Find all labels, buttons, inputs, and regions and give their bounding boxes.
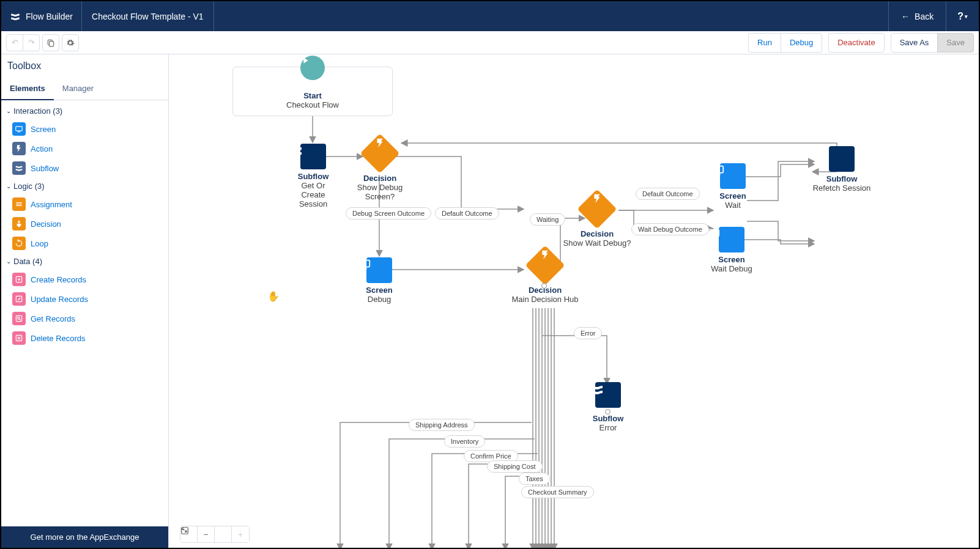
save-as-button[interactable]: Save As: [891, 33, 938, 53]
flow-builder-icon: [10, 11, 21, 22]
tree-item-get-records[interactable]: Get Records: [1, 309, 168, 328]
zoom-out-button[interactable]: −: [198, 526, 215, 542]
zoom-control: − +: [180, 526, 250, 543]
flow-title: Checkout Flow Template - V1: [82, 1, 214, 31]
appexchange-promo[interactable]: Get more on the AppExchange: [1, 526, 168, 548]
settings-button[interactable]: [62, 34, 79, 51]
update-icon: [12, 292, 26, 306]
svg-rect-2: [16, 127, 23, 131]
back-button[interactable]: ← Back: [888, 1, 946, 31]
node-start[interactable]: Start Checkout Flow: [232, 67, 393, 116]
tab-elements[interactable]: Elements: [1, 78, 54, 100]
toolbar: ↶ ↷ Run Debug Deactivate Save As Save: [1, 31, 979, 54]
node-subflow-refetch[interactable]: Subflow Refetch Session: [811, 146, 872, 193]
flow-icon: [12, 161, 26, 175]
tree-item-assignment[interactable]: Assignment: [1, 194, 168, 214]
pill-shipping-address[interactable]: Shipping Address: [409, 419, 475, 431]
zoom-in-button[interactable]: +: [232, 526, 249, 542]
node-screen-debug[interactable]: Screen Debug: [358, 257, 401, 304]
tree-item-create-records[interactable]: Create Records: [1, 270, 168, 289]
node-screen-wait[interactable]: Screen Wait: [711, 163, 754, 210]
assign-icon: [12, 197, 26, 211]
svg-rect-1: [50, 41, 54, 46]
arrows-in-icon: [180, 526, 188, 534]
pill-waiting[interactable]: Waiting: [530, 213, 565, 226]
debug-button[interactable]: Debug: [781, 33, 822, 53]
pill-default-outcome[interactable]: Default Outcome: [435, 207, 499, 219]
node-screen-wait-debug[interactable]: Screen Wait Debug: [707, 227, 756, 273]
screen-icon: [719, 227, 744, 252]
canvas[interactable]: Start Checkout Flow Subflow Get Or Creat…: [169, 54, 979, 548]
tree-group-header[interactable]: ⌄Interaction (3): [1, 103, 168, 119]
tree-item-subflow[interactable]: Subflow: [1, 158, 168, 178]
svg-rect-6: [16, 315, 21, 321]
node-decision-main[interactable]: Decision Main Decision Hub: [508, 249, 582, 304]
create-icon: [12, 273, 26, 286]
subflow-icon: [300, 144, 326, 169]
tree-item-loop[interactable]: Loop: [1, 234, 168, 253]
node-decision-debug[interactable]: Decision Show Debug Screen?: [352, 137, 407, 201]
topbar: Flow Builder Checkout Flow Template - V1…: [1, 1, 979, 31]
subflow-icon: [595, 382, 621, 408]
run-button[interactable]: Run: [748, 33, 781, 53]
svg-rect-25: [709, 230, 719, 237]
node-subflow-error[interactable]: Subflow Error: [590, 382, 626, 432]
bolt-icon: [12, 142, 26, 155]
pill-shipping-cost[interactable]: Shipping Cost: [487, 460, 543, 473]
svg-rect-23: [713, 166, 724, 173]
tree-item-update-records[interactable]: Update Records: [1, 289, 168, 309]
tree-item-decision[interactable]: Decision: [1, 214, 168, 234]
screen-icon: [720, 163, 746, 189]
hand-cursor-icon: ✋: [267, 290, 280, 302]
screen-icon: [12, 122, 26, 136]
copy-icon: [46, 39, 55, 47]
copy-button[interactable]: [42, 34, 59, 51]
loop-icon: [12, 237, 26, 250]
help-button[interactable]: ?▾: [946, 1, 979, 31]
decision-icon: [577, 189, 617, 229]
pill-taxes[interactable]: Taxes: [519, 473, 550, 485]
tree-item-action[interactable]: Action: [1, 139, 168, 158]
zoom-reset-button[interactable]: [215, 526, 232, 542]
undo-button[interactable]: ↶: [6, 34, 23, 51]
svg-line-8: [20, 319, 21, 320]
pill-inventory[interactable]: Inventory: [444, 435, 485, 448]
tree-item-delete-records[interactable]: Delete Records: [1, 328, 168, 348]
decision-icon: [12, 217, 26, 230]
pill-default-outcome-2[interactable]: Default Outcome: [636, 188, 700, 200]
pill-debug-outcome[interactable]: Debug Screen Outcome: [346, 207, 431, 219]
delete-icon: [12, 331, 26, 345]
toolbox-tabs: Elements Manager: [1, 78, 168, 100]
gear-icon: [66, 39, 75, 47]
subflow-icon: [829, 146, 855, 172]
app-name: Flow Builder: [26, 12, 73, 21]
pill-error[interactable]: Error: [574, 327, 602, 339]
svg-rect-21: [360, 260, 370, 267]
decision-icon: [360, 133, 399, 173]
get-icon: [12, 312, 26, 325]
tree-group-header[interactable]: ⌄Logic (3): [1, 178, 168, 194]
decision-icon: [525, 245, 565, 285]
back-arrow-icon: ←: [901, 12, 910, 21]
screen-icon: [366, 257, 392, 283]
sidebar: Toolbox Elements Manager ⌄Interaction (3…: [1, 54, 169, 548]
tab-manager[interactable]: Manager: [54, 78, 102, 100]
app-brand: Flow Builder: [1, 1, 82, 31]
node-decision-wait[interactable]: Decision Show Wait Debug?: [560, 193, 634, 248]
redo-button[interactable]: ↷: [23, 34, 40, 51]
svg-point-7: [18, 317, 20, 320]
tree-item-screen[interactable]: Screen: [1, 119, 168, 139]
pill-wait-debug-outcome[interactable]: Wait Debug Outcome: [631, 223, 709, 235]
tree-group-header[interactable]: ⌄Data (4): [1, 253, 168, 270]
play-icon: [300, 56, 325, 80]
pill-checkout-summary[interactable]: Checkout Summary: [521, 486, 594, 498]
node-subflow-session[interactable]: Subflow Get Or Create Session: [289, 144, 338, 208]
toolbox-title: Toolbox: [1, 54, 168, 78]
deactivate-button[interactable]: Deactivate: [828, 33, 884, 53]
save-button[interactable]: Save: [937, 33, 974, 53]
